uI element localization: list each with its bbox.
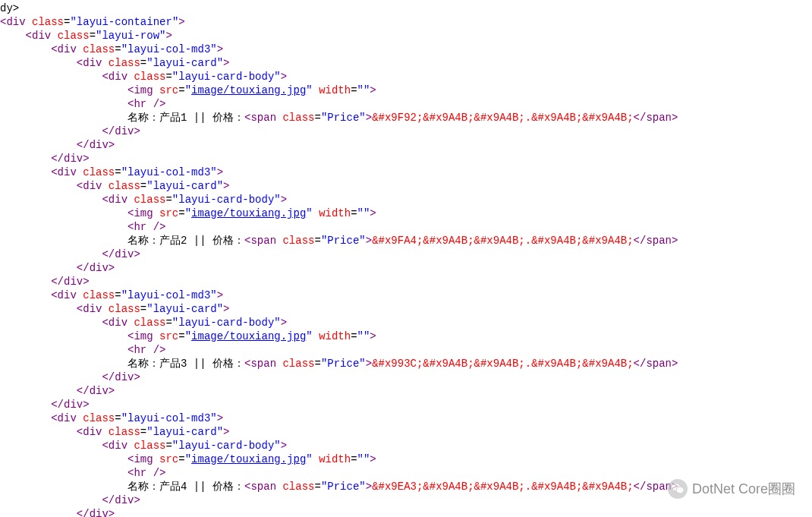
html-source-view: dy> <div class="layui-container"> <div c… <box>0 0 812 517</box>
